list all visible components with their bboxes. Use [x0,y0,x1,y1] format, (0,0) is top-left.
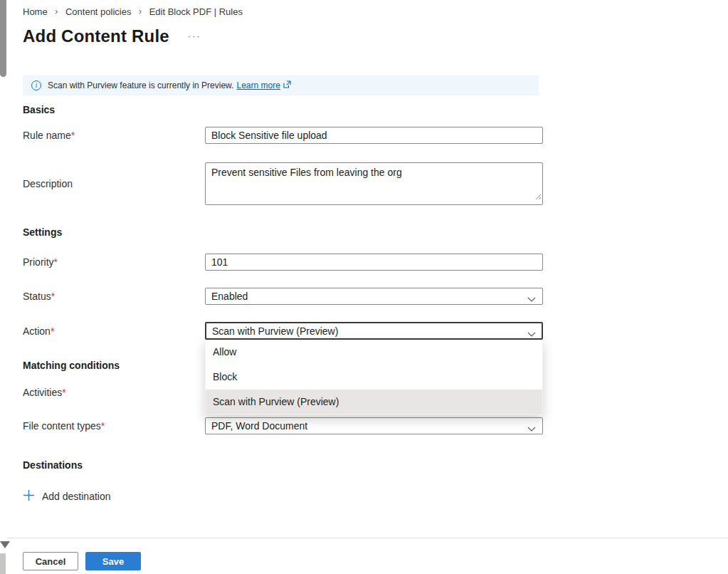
priority-row: Priority* [23,254,728,271]
breadcrumb-content-policies[interactable]: Content policies [65,6,132,17]
main-content: Home › Content policies › Edit Block PDF… [7,0,728,574]
status-select[interactable]: Enabled [205,288,543,305]
section-heading-settings: Settings [23,226,728,238]
priority-label: Priority* [23,256,205,268]
activities-label: Activities* [23,387,205,398]
footer-bar: Cancel Save [7,538,728,574]
required-asterisk: * [62,387,65,398]
scrollbar-corner [0,553,6,574]
breadcrumb: Home › Content policies › Edit Block PDF… [23,6,728,17]
file-content-types-select[interactable]: PDF, Word Document [205,417,543,434]
chevron-down-icon [527,423,536,434]
description-label: Description [23,178,205,189]
action-label: Action* [23,325,205,337]
action-select-value: Scan with Purview (Preview) [212,325,338,337]
action-row: Action* Scan with Purview (Preview) Allo… [23,322,728,340]
cancel-button[interactable]: Cancel [23,552,78,570]
chevron-down-icon [527,293,536,305]
action-select[interactable]: Scan with Purview (Preview) [205,322,543,340]
learn-more-link[interactable]: Learn more [236,80,280,90]
status-label: Status* [23,291,205,302]
required-asterisk: * [101,420,105,432]
file-content-types-row: File content types* PDF, Word Document [23,417,728,434]
page-title: Add Content Rule [23,26,169,46]
rule-name-row: Rule name* [23,127,728,144]
more-options-button[interactable]: ··· [188,33,201,40]
status-select-value: Enabled [211,291,248,302]
required-asterisk: * [71,130,75,141]
external-link-icon[interactable] [283,80,291,90]
priority-input[interactable] [205,254,543,271]
banner-text: Scan with Purview feature is currently i… [48,80,233,90]
add-destination-label: Add destination [42,491,111,502]
left-scrollbar-track[interactable] [0,0,7,574]
preview-info-banner: i Scan with Purview feature is currently… [23,75,539,95]
required-asterisk: * [54,256,58,268]
dropdown-option-scan-with-purview[interactable]: Scan with Purview (Preview) [206,390,542,414]
breadcrumb-home[interactable]: Home [23,6,48,17]
add-destination-button[interactable]: Add destination [23,489,137,503]
section-heading-basics: Basics [23,104,728,115]
dropdown-option-allow[interactable]: Allow [206,340,542,365]
file-content-types-value: PDF, Word Document [211,420,307,432]
info-icon: i [31,80,41,90]
file-content-types-label: File content types* [23,420,205,432]
chevron-down-icon [527,328,536,340]
description-textarea[interactable]: Prevent sensitive Files from leaving the… [205,162,543,205]
rule-name-input[interactable] [205,127,543,144]
scroll-down-arrow-icon[interactable] [0,541,10,548]
dropdown-option-block[interactable]: Block [206,365,542,390]
breadcrumb-current-page: Edit Block PDF | Rules [149,6,243,17]
status-row: Status* Enabled [23,288,728,305]
section-heading-destinations: Destinations [23,459,728,471]
breadcrumb-separator-icon: › [50,6,63,16]
required-asterisk: * [51,291,55,302]
rule-name-label: Rule name* [23,130,205,141]
required-asterisk: * [51,325,54,337]
plus-icon [23,489,35,504]
save-button[interactable]: Save [85,552,141,570]
action-dropdown-menu: Allow Block Scan with Purview (Preview) [205,340,543,415]
description-row: Description Prevent sensitive Files from… [23,162,728,205]
breadcrumb-separator-icon: › [134,6,147,16]
scrollbar-thumb[interactable] [0,0,6,77]
